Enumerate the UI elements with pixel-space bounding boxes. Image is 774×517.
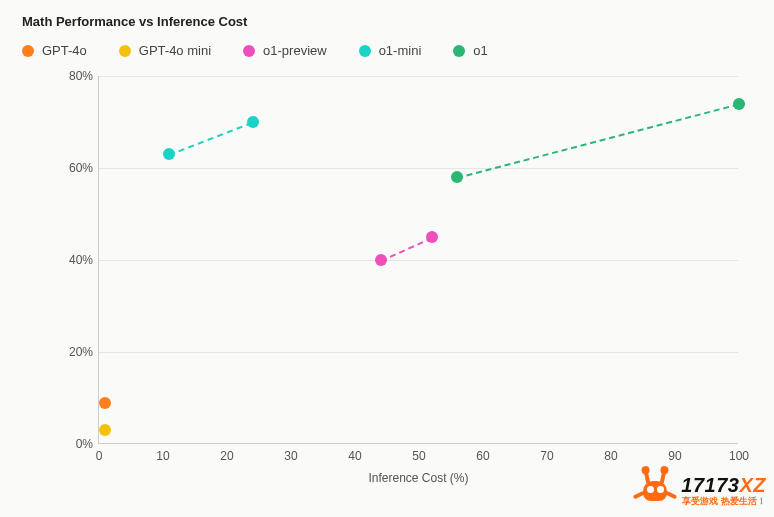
- legend-label: GPT-4o mini: [139, 43, 211, 58]
- y-tick-label: 40%: [55, 253, 93, 267]
- y-tick-label: 60%: [55, 161, 93, 175]
- grid-line: [99, 76, 738, 77]
- x-tick-label: 0: [96, 449, 103, 463]
- legend-label: o1-preview: [263, 43, 327, 58]
- watermark: 17173XZ 享受游戏 热爱生活！: [635, 471, 766, 509]
- data-point: [375, 254, 387, 266]
- x-tick-label: 10: [156, 449, 169, 463]
- legend: GPT-4oGPT-4o minio1-previewo1-minio1: [22, 43, 752, 58]
- legend-label: GPT-4o: [42, 43, 87, 58]
- grid-line: [99, 260, 738, 261]
- x-tick-label: 40: [348, 449, 361, 463]
- data-point: [99, 424, 111, 436]
- y-tick-label: 0%: [55, 437, 93, 451]
- x-tick-label: 80: [604, 449, 617, 463]
- x-tick-label: 20: [220, 449, 233, 463]
- legend-label: o1: [473, 43, 487, 58]
- grid-line: [99, 168, 738, 169]
- legend-swatch: [119, 45, 131, 57]
- x-tick-label: 50: [412, 449, 425, 463]
- x-tick-label: 100: [729, 449, 749, 463]
- x-tick-label: 30: [284, 449, 297, 463]
- mascot-icon: [635, 471, 675, 509]
- x-axis-label: Inference Cost (%): [368, 471, 468, 485]
- data-point: [733, 98, 745, 110]
- legend-swatch: [453, 45, 465, 57]
- legend-swatch: [243, 45, 255, 57]
- x-tick-label: 90: [668, 449, 681, 463]
- series-connector: [380, 237, 432, 262]
- chart-title: Math Performance vs Inference Cost: [22, 14, 752, 29]
- data-point: [163, 148, 175, 160]
- chart-area: AIME Inference Cost (%) 0%20%40%60%80%01…: [38, 70, 750, 480]
- legend-swatch: [22, 45, 34, 57]
- plot-region: Inference Cost (%) 0%20%40%60%80%0102030…: [98, 76, 738, 444]
- legend-item: GPT-4o: [22, 43, 87, 58]
- legend-label: o1-mini: [379, 43, 422, 58]
- legend-item: o1-mini: [359, 43, 422, 58]
- watermark-brand: 17173XZ: [681, 475, 766, 495]
- watermark-slogan: 享受游戏 热爱生活！: [681, 497, 766, 506]
- y-tick-label: 20%: [55, 345, 93, 359]
- y-tick-label: 80%: [55, 69, 93, 83]
- legend-item: GPT-4o mini: [119, 43, 211, 58]
- data-point: [99, 397, 111, 409]
- legend-swatch: [359, 45, 371, 57]
- legend-item: o1-preview: [243, 43, 327, 58]
- x-tick-label: 60: [476, 449, 489, 463]
- grid-line: [99, 352, 738, 353]
- data-point: [426, 231, 438, 243]
- data-point: [247, 116, 259, 128]
- data-point: [451, 171, 463, 183]
- series-connector: [169, 122, 253, 156]
- legend-item: o1: [453, 43, 487, 58]
- x-tick-label: 70: [540, 449, 553, 463]
